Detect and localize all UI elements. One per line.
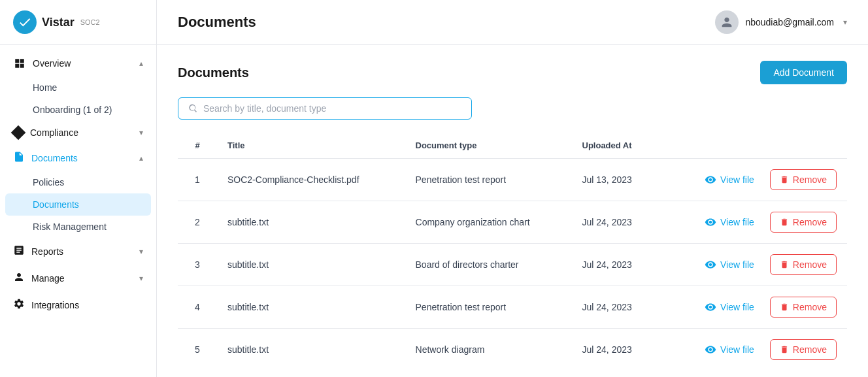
eye-icon (705, 344, 716, 355)
integrations-label: Integrations (31, 300, 79, 310)
table-row: 3 subtitle.txt Board of directors charte… (178, 244, 847, 286)
row-num: 5 (178, 329, 217, 371)
main-area: Documents nboudiab@gmail.com ▾ Documents… (157, 0, 868, 377)
row-doc-type: Company organization chart (405, 201, 572, 244)
sidebar-item-risk-management[interactable]: Risk Management (0, 216, 156, 238)
sidebar-item-integrations[interactable]: Integrations (0, 291, 156, 318)
sidebar-item-reports[interactable]: Reports ▾ (0, 238, 156, 265)
trash-icon (780, 260, 789, 269)
sidebar-item-policies[interactable]: Policies (0, 171, 156, 193)
home-label: Home (33, 82, 57, 93)
row-doc-type: Board of directors charter (405, 244, 572, 286)
app-name: Vistar (42, 16, 75, 29)
table-row: 2 subtitle.txt Company organization char… (178, 201, 847, 244)
reports-label: Reports (31, 246, 63, 257)
topbar: Documents nboudiab@gmail.com ▾ (157, 0, 868, 45)
chevron-down-icon: ▾ (139, 128, 143, 137)
sidebar-item-onboarding[interactable]: Onboarding (1 of 2) (0, 99, 156, 121)
content-area: Documents Add Document # Title Document … (157, 45, 868, 377)
table-row: 5 subtitle.txt Network diagram Jul 24, 2… (178, 329, 847, 371)
user-chevron-icon: ▾ (843, 18, 847, 27)
logo[interactable]: Vistar SOC2 (0, 0, 156, 45)
sidebar-item-manage[interactable]: Manage ▾ (0, 265, 156, 291)
diamond-icon (11, 125, 26, 140)
search-icon (188, 103, 198, 114)
sidebar-item-overview[interactable]: Overview ▴ (0, 50, 156, 76)
table-row: 4 subtitle.txt Penetration test report J… (178, 286, 847, 329)
row-doc-type: Network diagram (405, 329, 572, 371)
chevron-down-reports-icon: ▾ (139, 247, 143, 256)
remove-button[interactable]: Remove (770, 339, 837, 360)
onboarding-label: Onboarding (1 of 2) (33, 105, 112, 115)
view-file-button[interactable]: View file (705, 344, 754, 355)
documents-table: # Title Document type Uploaded At 1 SOC2… (178, 133, 847, 370)
grid-icon (13, 57, 26, 70)
sidebar-item-home[interactable]: Home (0, 76, 156, 99)
trash-icon (780, 345, 789, 354)
remove-button[interactable]: Remove (770, 212, 837, 233)
chevron-up-icon: ▴ (139, 59, 143, 68)
remove-button[interactable]: Remove (770, 254, 837, 275)
row-num: 1 (178, 159, 217, 201)
eye-icon (705, 174, 716, 186)
search-bar[interactable] (178, 97, 472, 120)
avatar (715, 10, 739, 34)
eye-icon (705, 259, 716, 270)
search-input[interactable] (203, 103, 462, 114)
page-title: Documents (178, 14, 256, 31)
row-doc-type: Penetration test report (405, 159, 572, 201)
add-document-button[interactable]: Add Document (760, 61, 847, 84)
logo-checkmark-icon (18, 15, 32, 29)
sidebar-nav: Overview ▴ Home Onboarding (1 of 2) Comp… (0, 45, 156, 377)
col-title: Title (217, 133, 405, 159)
reports-icon (13, 244, 25, 258)
sidebar-item-compliance[interactable]: Compliance ▾ (0, 121, 156, 144)
row-num: 2 (178, 201, 217, 244)
documents-label: Documents (31, 153, 78, 163)
trash-icon (780, 303, 789, 312)
eye-icon (705, 216, 716, 228)
chevron-up-icon-docs: ▴ (139, 154, 143, 163)
logo-icon (13, 10, 37, 34)
view-file-button[interactable]: View file (705, 174, 754, 186)
app-sub: SOC2 (80, 18, 100, 26)
content-title: Documents (178, 65, 249, 80)
content-header: Documents Add Document (178, 61, 847, 84)
row-actions: View file Remove (659, 244, 847, 286)
row-uploaded-at: Jul 24, 2023 (572, 286, 659, 329)
user-menu[interactable]: nboudiab@gmail.com ▾ (715, 10, 847, 34)
view-file-button[interactable]: View file (705, 259, 754, 270)
remove-button[interactable]: Remove (770, 169, 837, 190)
risk-mgmt-label: Risk Management (33, 221, 107, 232)
col-actions (659, 133, 847, 159)
sidebar: Vistar SOC2 Overview ▴ Home Onboarding (… (0, 0, 157, 377)
compliance-label: Compliance (30, 127, 78, 138)
documents-sub-label: Documents (33, 199, 79, 210)
sidebar-item-documents-section[interactable]: Documents ▴ (0, 144, 156, 171)
user-email: nboudiab@gmail.com (745, 17, 834, 27)
trash-icon (780, 175, 789, 184)
policies-label: Policies (33, 177, 64, 188)
sidebar-item-documents[interactable]: Documents (5, 193, 151, 216)
remove-button[interactable]: Remove (770, 297, 837, 318)
document-icon (13, 151, 25, 165)
chevron-down-manage-icon: ▾ (139, 274, 143, 283)
table-header-row: # Title Document type Uploaded At (178, 133, 847, 159)
row-title: SOC2-Compliance-Checklist.pdf (217, 159, 405, 201)
view-file-button[interactable]: View file (705, 301, 754, 313)
row-title: subtitle.txt (217, 201, 405, 244)
row-uploaded-at: Jul 24, 2023 (572, 329, 659, 371)
row-actions: View file Remove (659, 286, 847, 329)
overview-label: Overview (33, 58, 71, 69)
row-uploaded-at: Jul 24, 2023 (572, 244, 659, 286)
row-title: subtitle.txt (217, 286, 405, 329)
table-row: 1 SOC2-Compliance-Checklist.pdf Penetrat… (178, 159, 847, 201)
col-doc-type: Document type (405, 133, 572, 159)
row-uploaded-at: Jul 13, 2023 (572, 159, 659, 201)
row-num: 4 (178, 286, 217, 329)
trash-icon (780, 218, 789, 227)
col-uploaded-at: Uploaded At (572, 133, 659, 159)
view-file-button[interactable]: View file (705, 216, 754, 228)
row-uploaded-at: Jul 24, 2023 (572, 201, 659, 244)
eye-icon (705, 301, 716, 313)
